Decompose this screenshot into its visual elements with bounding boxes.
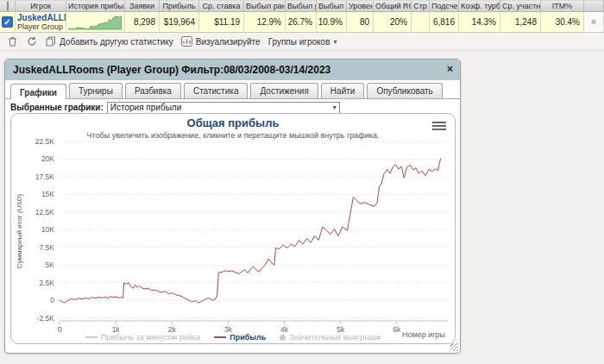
cell-out-mid: 26.7% [286, 12, 317, 33]
header-profit-history[interactable]: История прибыл [66, 0, 125, 12]
svg-text:2.5K: 2.5K [40, 279, 55, 287]
stats-table: Игрок История прибыл Заявки Прибыль Ср. … [0, 0, 604, 33]
tab-find[interactable]: Найти [321, 83, 365, 98]
header-select-all[interactable] [0, 0, 16, 12]
profit-chart-card: Общая прибыль Чтобы увеличить изображени… [10, 113, 456, 344]
header-itm[interactable]: ITM% [541, 0, 584, 12]
cell-turbo-coef: 14.3% [459, 12, 500, 33]
cell-out-late: 10.9% [317, 12, 347, 33]
tab-graphs[interactable]: Графики [10, 84, 66, 99]
cell-str [412, 12, 430, 33]
visualize-label: Визуализируйте [196, 37, 261, 47]
cell-entries: 8,298 [125, 12, 160, 33]
table-toolbar: Добавить другую статистику Визуализируйт… [0, 33, 604, 51]
header-spacer [584, 0, 604, 12]
table-header-row: Игрок История прибыл Заявки Прибыль Ср. … [0, 0, 604, 12]
profit-history-cell [66, 12, 125, 33]
svg-text:10K: 10K [41, 225, 54, 234]
add-stat-label: Добавить другую статистику [60, 37, 173, 47]
tab-breakdown[interactable]: Разбивка [125, 83, 181, 98]
cell-level: 80 [347, 12, 374, 33]
chart-menu-icon[interactable] [432, 122, 446, 132]
copy-icon [45, 36, 56, 47]
header-count[interactable]: Подсче [430, 0, 459, 12]
remove-row-icon[interactable]: × [591, 17, 596, 27]
legend-label: Значительные выигрыши [289, 333, 381, 342]
visualize-button[interactable]: Визуализируйте [181, 36, 261, 47]
cell-total-roi: 20% [374, 12, 412, 33]
graph-select-label: Выбранные графики: [10, 103, 104, 112]
chart-title: Общая прибыль [11, 116, 455, 129]
svg-text:-2.5K: -2.5K [37, 314, 55, 323]
tab-statistics[interactable]: Статистика [184, 83, 249, 98]
svg-text:15K: 15K [41, 190, 54, 198]
cell-avg-stake: $11.19 [199, 12, 244, 33]
row-close-cell: × [584, 12, 604, 33]
player-type-label: Player Group [17, 22, 63, 31]
select-all-checkbox[interactable] [7, 1, 9, 11]
legend-profit-minus-rake[interactable]: Прибыль за минусом рейка [85, 333, 200, 342]
header-entries[interactable]: Заявки [125, 0, 160, 12]
svg-text:20K: 20K [41, 154, 54, 163]
header-out-mid[interactable]: Выбыл р [286, 0, 317, 12]
svg-text:0: 0 [50, 296, 54, 304]
tab-achievements[interactable]: Достижения [250, 83, 318, 98]
svg-text:Суммарный итог (USD): Суммарный итог (USD) [16, 194, 23, 269]
legend-profit[interactable]: Прибыль [214, 333, 266, 342]
chart-legend: Прибыль за минусом рейка Прибыль Значите… [11, 333, 455, 342]
cell-itm: 30.4% [541, 12, 584, 33]
header-str[interactable]: Стр [412, 0, 430, 12]
legend-line-marker [85, 336, 98, 338]
svg-text:12.5K: 12.5K [35, 208, 55, 217]
player-cell: JuskedALLRooms Player Group [16, 12, 66, 33]
legend-label: Прибыль за минусом рейка [101, 333, 200, 342]
svg-text:5K: 5K [46, 260, 55, 269]
legend-label: Прибыль [230, 333, 266, 342]
panel-resize-grip[interactable] [450, 343, 458, 351]
trash-icon[interactable] [7, 36, 18, 47]
header-profit[interactable]: Прибыль [160, 0, 199, 12]
tab-tournaments[interactable]: Турниры [69, 83, 123, 98]
player-groups-label: Группы игроков [268, 37, 330, 47]
header-level[interactable]: Уровен [347, 0, 374, 12]
panel-title: JuskedALLRooms (Player Group) Фильтр:08/… [13, 64, 330, 76]
graph-select[interactable]: История прибыли ▾ [107, 102, 340, 114]
row-checkbox[interactable]: ✓ [2, 16, 13, 28]
header-player[interactable]: Игрок [16, 0, 66, 12]
svg-text:17.5K: 17.5K [35, 173, 55, 181]
header-avg-stake[interactable]: Ср. ставка [199, 0, 244, 12]
graph-select-value: История прибыли [110, 103, 181, 112]
player-link[interactable]: JuskedALLRooms [17, 13, 66, 22]
cell-out-early: 12.9% [244, 12, 286, 33]
profit-line-chart[interactable]: -2.5K02.5K5K7.5K10K12.5K15K17.5K20K22.5K… [11, 135, 456, 335]
tab-publish[interactable]: Опубликовать [367, 83, 442, 98]
panel-close-icon[interactable]: × [447, 60, 453, 78]
header-avg-entrants[interactable]: Ср. участни [500, 0, 541, 12]
profit-sparkline-chart [68, 14, 122, 31]
player-groups-dropdown[interactable]: Группы игроков ▾ [268, 37, 337, 47]
legend-line-marker [214, 336, 226, 338]
chart-icon [181, 36, 192, 47]
table-row: ✓ JuskedALLRooms Player Group 8,298 $19,… [0, 12, 604, 33]
panel-tabs: Графики Турниры Разбивка Статистика Дост… [5, 80, 460, 99]
svg-text:22.5K: 22.5K [35, 137, 55, 146]
x-axis-title: Номер игры [402, 330, 445, 339]
player-detail-panel: JuskedALLRooms (Player Group) Фильтр:08/… [4, 59, 461, 354]
cell-count: 6,816 [430, 12, 459, 33]
legend-significant-wins[interactable]: Значительные выигрыши [280, 333, 381, 342]
panel-title-bar: JuskedALLRooms (Player Group) Фильтр:08/… [5, 60, 460, 80]
chevron-down-icon: ▾ [333, 38, 337, 46]
header-out-late[interactable]: Выбыл г [317, 0, 347, 12]
add-stat-button[interactable]: Добавить другую статистику [45, 36, 173, 47]
header-turbo-coef[interactable]: Коэф. турб [459, 0, 500, 12]
refresh-icon[interactable] [26, 36, 37, 47]
select-caret-icon: ▾ [333, 104, 337, 111]
header-total-roi[interactable]: Общий RO [374, 0, 412, 12]
legend-dot-marker [280, 335, 286, 341]
svg-text:7.5K: 7.5K [40, 243, 55, 252]
cell-avg-entrants: 1,248 [500, 12, 541, 33]
header-out-early[interactable]: Выбыл ран [244, 0, 286, 12]
row-select-cell: ✓ [0, 12, 16, 33]
cell-profit: $19,964 [160, 12, 199, 33]
